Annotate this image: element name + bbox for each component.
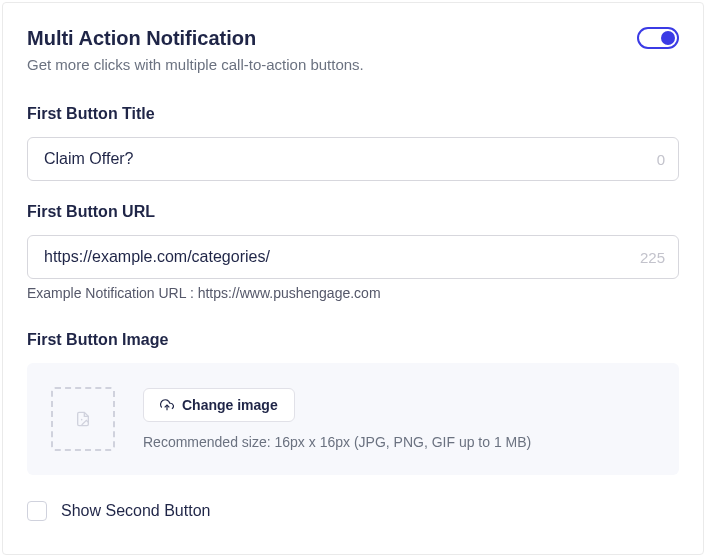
file-image-icon: [75, 411, 91, 427]
second-button-row: Show Second Button: [27, 501, 679, 521]
header-row: Multi Action Notification: [27, 27, 679, 50]
first-button-title-label: First Button Title: [27, 105, 679, 123]
show-second-button-label: Show Second Button: [61, 502, 210, 520]
first-button-url-counter: 225: [640, 249, 665, 266]
upload-info: Change image Recommended size: 16px x 16…: [143, 388, 531, 450]
section-title: Multi Action Notification: [27, 27, 256, 50]
first-button-title-input[interactable]: [27, 137, 679, 181]
first-button-title-wrap: 0: [27, 137, 679, 181]
upload-cloud-icon: [160, 398, 174, 412]
multi-action-panel: Multi Action Notification Get more click…: [2, 2, 704, 555]
svg-point-0: [81, 419, 83, 421]
show-second-button-checkbox[interactable]: [27, 501, 47, 521]
change-image-button[interactable]: Change image: [143, 388, 295, 422]
image-upload-box: Change image Recommended size: 16px x 16…: [27, 363, 679, 475]
first-button-url-input[interactable]: [27, 235, 679, 279]
section-description: Get more clicks with multiple call-to-ac…: [27, 56, 679, 73]
image-recommendation: Recommended size: 16px x 16px (JPG, PNG,…: [143, 434, 531, 450]
first-button-url-label: First Button URL: [27, 203, 679, 221]
image-dropzone[interactable]: [51, 387, 115, 451]
url-hint: Example Notification URL : https://www.p…: [27, 285, 679, 301]
first-button-url-wrap: 225: [27, 235, 679, 279]
change-image-label: Change image: [182, 397, 278, 413]
first-button-title-counter: 0: [657, 151, 665, 168]
first-button-image-label: First Button Image: [27, 331, 679, 349]
enable-toggle[interactable]: [637, 27, 679, 49]
